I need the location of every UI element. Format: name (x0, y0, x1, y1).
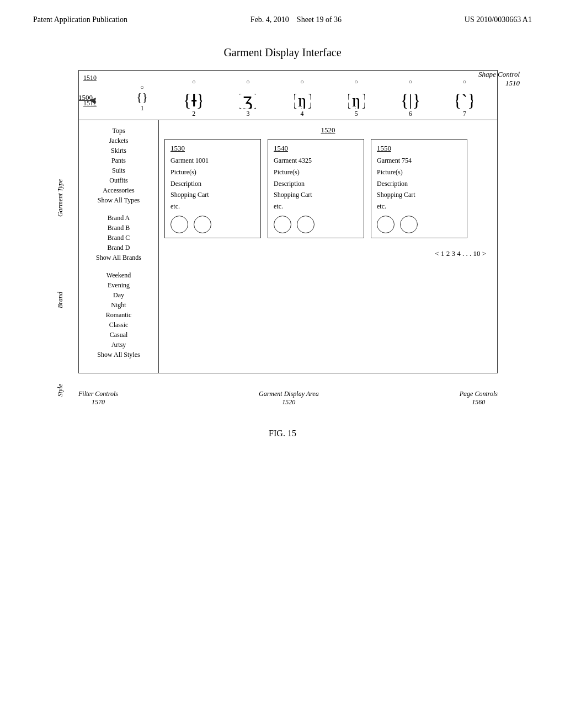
ref-1520: 1520 (164, 126, 492, 135)
svg-text:{`}: {`} (456, 90, 473, 109)
card-1540-circle-1[interactable] (274, 216, 291, 233)
garment-type-item-suits[interactable]: Suits (82, 165, 156, 175)
shape-item-2[interactable]: ○ {Ɨ} 2 (185, 78, 202, 118)
garment-type-item-pants[interactable]: Pants (82, 156, 156, 165)
card-1550-etc: etc. (377, 202, 461, 211)
brand-item-d[interactable]: Brand D (82, 243, 156, 253)
card-1540-description[interactable]: Description (274, 179, 358, 189)
diagram-wrapper: 1500 Shape Control 1510 1510 1 (45, 70, 520, 406)
style-item-show-all[interactable]: Show All Styles (82, 350, 156, 360)
card-1530-description[interactable]: Description (170, 179, 255, 189)
brand-section: Brand A Brand B Brand C Brand D Show All… (82, 213, 156, 263)
ref-1512-inner: 1512 (83, 99, 97, 108)
shape-item-6[interactable]: ○ {|} 6 (402, 78, 419, 118)
card-1540-cart[interactable]: Shopping Cart (274, 190, 358, 200)
header-publication: Patent Application Publication (33, 15, 127, 24)
svg-text:{ŋ}: {ŋ} (348, 90, 365, 109)
card-1550-title: Garment 754 (377, 156, 461, 165)
garment-card-1530: 1530 Garment 1001 Picture(s) Description… (164, 139, 261, 238)
card-1540-circles (274, 216, 358, 233)
card-1550-pictures[interactable]: Picture(s) (377, 168, 461, 177)
ref-1510-inner: 1510 (83, 74, 97, 82)
filter-panel: Tops Jackets Skirts Pants Suits Outfits … (79, 120, 159, 373)
garment-cards-container: 1530 Garment 1001 Picture(s) Description… (164, 139, 492, 238)
svg-text:{ʒ}: {ʒ} (239, 90, 256, 109)
brand-item-b[interactable]: Brand B (82, 223, 156, 233)
card-1540-circle-2[interactable] (297, 216, 315, 233)
card-1540-title: Garment 4325 (274, 156, 358, 165)
card-1550-cart[interactable]: Shopping Cart (377, 190, 461, 200)
style-item-casual[interactable]: Casual (82, 330, 156, 340)
shape-item-1[interactable]: ○ {} 1 (136, 84, 148, 113)
card-1530-circle-1[interactable] (170, 216, 188, 233)
diagram-title: Garment Display Interface (223, 46, 341, 59)
page-controls[interactable]: < 1 2 3 4 . . . 10 > (164, 249, 492, 258)
card-1530-circle-2[interactable] (194, 216, 211, 233)
shape-selector-row: 1510 1512 ○ {} 1 (79, 71, 497, 120)
shape-item-3[interactable]: ○ {ʒ} 3 (239, 78, 256, 118)
style-item-artsy[interactable]: Artsy (82, 340, 156, 350)
card-1550-circle-1[interactable] (377, 216, 395, 233)
style-item-night[interactable]: Night (82, 300, 156, 310)
style-item-classic[interactable]: Classic (82, 320, 156, 330)
card-1530-circles (170, 216, 255, 233)
main-content: Garment Display Interface 1500 Shape Con… (0, 24, 565, 438)
body-row: Tops Jackets Skirts Pants Suits Outfits … (79, 120, 497, 373)
annotation-page-controls: Page Controls 1560 (460, 390, 498, 406)
card-1540-pictures[interactable]: Picture(s) (274, 168, 358, 177)
vertical-labels: Garment Type Brand Style (56, 142, 65, 434)
annotations-row: Filter Controls 1570 Garment Display Are… (78, 390, 498, 406)
garment-card-1550: 1550 Garment 754 Picture(s) Description … (371, 139, 467, 238)
garment-type-item-accessories[interactable]: Accessories (82, 185, 156, 195)
label-brand: Brand (56, 292, 65, 308)
card-1550-circle-2[interactable] (400, 216, 418, 233)
header-patent-num: US 2010/0030663 A1 (465, 15, 532, 24)
card-1530-pictures[interactable]: Picture(s) (170, 168, 255, 177)
shape-item-5[interactable]: ○ {ŋ} 5 (348, 78, 365, 118)
card-1550-description[interactable]: Description (377, 179, 461, 189)
garment-type-item-skirts[interactable]: Skirts (82, 146, 156, 156)
garment-type-item-outfits[interactable]: Outfits (82, 175, 156, 185)
garment-card-1540: 1540 Garment 4325 Picture(s) Description… (268, 139, 364, 238)
brand-item-show-all[interactable]: Show All Brands (82, 253, 156, 263)
label-style: Style (56, 384, 65, 397)
style-section: Weekend Evening Day Night Romantic Class… (82, 270, 156, 360)
card-1530-etc: etc. (170, 202, 255, 211)
card-1530-title: Garment 1001 (170, 156, 255, 165)
brand-item-c[interactable]: Brand C (82, 233, 156, 243)
annotation-filter-controls: Filter Controls 1570 (78, 390, 118, 406)
brand-item-a[interactable]: Brand A (82, 213, 156, 223)
garment-type-section: Tops Jackets Skirts Pants Suits Outfits … (82, 126, 156, 205)
style-item-day[interactable]: Day (82, 290, 156, 300)
garment-type-item-show-all[interactable]: Show All Types (82, 195, 156, 205)
card-1540-ref: 1540 (274, 144, 358, 153)
garment-type-item-jackets[interactable]: Jackets (82, 136, 156, 146)
card-1540-etc: etc. (274, 202, 358, 211)
diagram-box: 1510 1512 ○ {} 1 (78, 70, 498, 373)
card-1550-circles (377, 216, 461, 233)
shape-item-4[interactable]: ○ {ŋ} 4 (294, 78, 311, 118)
style-item-evening[interactable]: Evening (82, 280, 156, 290)
card-1550-ref: 1550 (377, 144, 461, 153)
page-header: Patent Application Publication Feb. 4, 2… (0, 0, 565, 24)
card-1530-ref: 1530 (170, 144, 255, 153)
fig-label: FIG. 15 (269, 429, 296, 438)
style-item-weekend[interactable]: Weekend (82, 270, 156, 280)
svg-text:{ŋ}: {ŋ} (294, 90, 311, 109)
garment-type-item-tops[interactable]: Tops (82, 126, 156, 136)
card-1530-cart[interactable]: Shopping Cart (170, 190, 255, 200)
display-area: 1520 1530 Garment 1001 Picture(s) Descri… (159, 120, 497, 373)
header-date-sheet: Feb. 4, 2010 Sheet 19 of 36 (250, 15, 342, 24)
svg-text:{Ɨ}: {Ɨ} (185, 90, 202, 109)
style-item-romantic[interactable]: Romantic (82, 310, 156, 320)
annotation-garment-display: Garment Display Area 1520 (259, 390, 319, 406)
label-garment-type: Garment Type (56, 179, 65, 217)
shape-item-7[interactable]: ○ {`} 7 (456, 78, 473, 118)
svg-text:{|}: {|} (402, 90, 419, 109)
